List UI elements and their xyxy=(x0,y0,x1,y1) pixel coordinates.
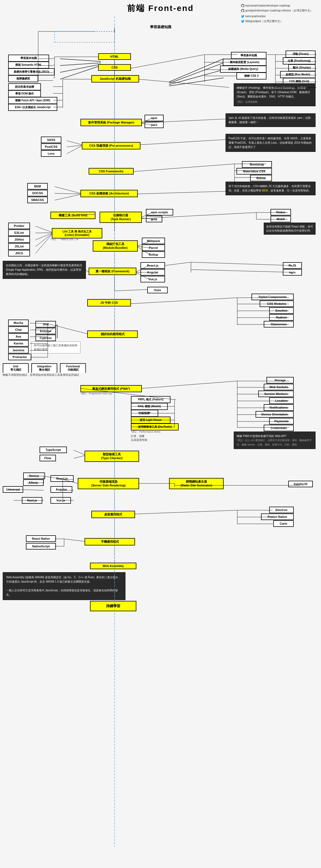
wasm-node: Web Assembly xyxy=(90,563,136,569)
linter-note: *譯註：一種程式分析工具 xyxy=(50,238,78,241)
svg-line-66 xyxy=(55,194,80,200)
svg-line-80 xyxy=(35,234,52,247)
location-node: Location xyxy=(269,397,294,404)
functional-test-node: Functional功能測試 xyxy=(60,363,86,373)
eslint-node: ESLint xyxy=(8,229,30,236)
svg-line-52 xyxy=(67,141,82,145)
svg-line-67 xyxy=(138,191,229,194)
svg-line-137 xyxy=(74,456,84,458)
framework-node: 選一種框架 (Framework) xyxy=(88,268,136,275)
enzyme-node: Enzyme xyxy=(35,328,56,334)
typescript-node: TypeScript xyxy=(40,446,67,453)
svg-line-95 xyxy=(114,289,147,291)
payments-node: Payments xyxy=(269,418,294,425)
svg-line-3 xyxy=(60,63,101,66)
header-links: kamranahmadse/developer-roadmap goodjack… xyxy=(241,3,313,24)
preprocessor-note-box: PostCSS 不是、但可以當作是一個預處理器。先用 SASS，之後再來嘗嘗 P… xyxy=(225,134,316,152)
jest-node: Jest xyxy=(35,321,56,328)
svg-line-9 xyxy=(169,78,224,86)
svg-line-136 xyxy=(74,450,84,455)
bootstrap-node: Bootstrap xyxy=(242,161,272,168)
integration-test-node: Integration整合測試 xyxy=(31,363,57,373)
svg-line-157 xyxy=(135,510,237,514)
proton-native-node: Proton Native xyxy=(261,514,294,520)
css-item-2: 製作版面配置 (Layouts) xyxy=(223,59,266,66)
afterjs-node: Afterjs xyxy=(23,479,44,486)
yarn-node: yarn xyxy=(145,122,164,128)
svg-line-6 xyxy=(169,59,224,82)
js-item-3: 瞭解 Fetch API / Ajax (XHR) xyxy=(8,97,57,104)
js-advanced-box: 瞭解提升 (Hoisting)、事件冒泡 (Event Bubbling)、作用… xyxy=(234,83,316,106)
svg-line-118 xyxy=(142,381,237,389)
js-item-4: ES6+ 以及模組化 JavaScript xyxy=(8,104,57,111)
postcss-node: PostCSS xyxy=(41,144,61,150)
desktop-node: 桌面應用程式 xyxy=(92,511,135,518)
reactjs-node: React.js xyxy=(140,262,165,269)
html-item-2: 撰寫 Semantic HTML xyxy=(8,61,49,68)
rxjs-node: RxJS xyxy=(283,262,302,269)
npm-note-box: npm 在 v5 版後有了很大的改進，但有些功能還是落後於 yarn；沒那麼嚴重… xyxy=(225,113,316,127)
protractor-node: Protractor xyxy=(8,354,31,360)
carlo-node: Carlo xyxy=(273,520,294,527)
svg-line-81 xyxy=(35,234,52,253)
svg-line-91 xyxy=(191,262,292,266)
nativescript-node: NativeScript xyxy=(26,543,56,550)
css-item-1: 學習基本知識 xyxy=(231,52,266,59)
svg-line-97 xyxy=(131,298,237,304)
svg-line-64 xyxy=(55,187,80,193)
svg-line-46 xyxy=(139,79,229,87)
js-node: JavaScript 的基礎知識 xyxy=(92,75,139,83)
html-item-4: 無障礙網頁 xyxy=(8,75,38,82)
svg-line-55 xyxy=(140,139,229,145)
jasmine-node: Jasmine xyxy=(8,347,29,353)
html-item-3: 基礎的搜尋引擎最佳化 (SEO) xyxy=(8,68,55,75)
storage-node: Storage xyxy=(266,377,294,383)
device-orientation-node: Device Orientation xyxy=(255,411,294,417)
emotion-node: Emotion xyxy=(269,307,294,314)
pwa-api-note-box: 瞭解 PWA 中使用的各種不同的 Web API* *譯註：以上 API 應用廣… xyxy=(234,432,316,449)
svg-line-79 xyxy=(35,233,52,240)
unit-test-node: Unit單元測試 xyxy=(3,363,29,373)
ngrx-node: ngrx xyxy=(283,269,302,276)
module-bundler-node: 模組打包工具(Module Bundler) xyxy=(93,240,138,252)
vuejs-node: Vue.js xyxy=(140,276,165,282)
html-item-1: 學習基本知識 xyxy=(8,55,49,62)
gulp-node: gulp xyxy=(146,216,162,222)
credentials-node: Credentials xyxy=(264,425,294,431)
svg-line-54 xyxy=(67,146,82,154)
redux-node: Redux xyxy=(271,209,291,216)
devtools-node: 使用開發者工具 (DevTools) xyxy=(131,423,179,430)
bulma-node: Bulma xyxy=(250,175,272,181)
prpl-node: PRPL 模式 (Pattern) xyxy=(131,396,171,403)
package-manager-node: 套件管理系統 (Package Manager) xyxy=(80,119,142,126)
js-item-1: 語法和基本結構 xyxy=(8,83,41,90)
smacss-node: SMACSS xyxy=(27,197,48,203)
ssg-node: 靜態網站產生器(Static Site Generator) xyxy=(169,478,224,489)
rail-node: RAIL 模型 (Model) xyxy=(131,403,168,410)
prettier-node: Prettier xyxy=(8,223,30,229)
html-node: HTML xyxy=(98,53,131,60)
keep-learning-node: 持續學習 xyxy=(90,601,136,611)
radium-node: Radium xyxy=(269,314,294,321)
oocss-node: OOCSS xyxy=(27,190,48,196)
mobile-node: 手機應用程式 xyxy=(84,538,135,546)
web-sockets-node: Web Sockets xyxy=(264,384,294,390)
karma-node: Karma xyxy=(8,340,29,347)
pwa-node: 漸進式網頁應用程式 (PWA*) xyxy=(80,385,142,392)
svg-line-77 xyxy=(35,226,52,232)
svg-line-65 xyxy=(55,193,80,194)
css-float: 浮動 (Floats) xyxy=(286,51,316,58)
notifications-node: Notifications xyxy=(264,404,294,411)
svg-line-89 xyxy=(165,262,191,266)
svg-line-2 xyxy=(60,59,101,61)
svg-line-93 xyxy=(86,270,88,272)
state-note-box: 這些沒有限定只能跟 React 搭配，你可以在任何框架或應用程式中使用它們。 xyxy=(264,223,316,235)
css-item-4: 瞭解 CSS 3 xyxy=(237,72,266,80)
css-node: CSS xyxy=(98,64,131,71)
svg-line-92 xyxy=(191,270,292,272)
build-tool-node: 構建工具 (Build tool) xyxy=(50,212,96,219)
svg-line-53 xyxy=(67,145,82,147)
css-arch-note-box: 有了現代前端框架，CSS 相關的 JS 方法越來越多，你其實不需要這些。但是，你… xyxy=(225,182,316,195)
angular-node: Angular xyxy=(140,269,165,276)
ssr-node: 伺服器端渲染(Server Side Rendering) xyxy=(78,478,139,489)
